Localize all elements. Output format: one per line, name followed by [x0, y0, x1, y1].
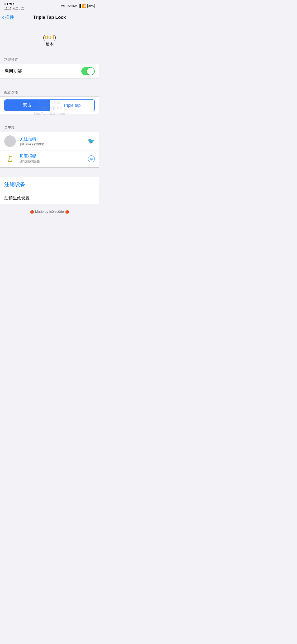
config-options-header: 配置选项 [0, 88, 99, 96]
page-title: Triple Tap Lock [33, 15, 66, 20]
spacer-1 [0, 79, 99, 88]
chevron-left-icon: ‹ [2, 15, 4, 20]
toggle-knob [87, 68, 94, 75]
function-settings-header: 功能设置 [0, 55, 99, 64]
wifi-icon: 📶 [82, 4, 86, 8]
back-button[interactable]: ‹ 插件 [2, 14, 14, 20]
status-left: 21:57 12/17 周二廿二 [4, 1, 24, 10]
version-label: 版本 [45, 42, 54, 47]
wifi-speed: WI-FI:2.6K/s [61, 4, 77, 7]
null-text: null [45, 34, 54, 40]
footer: 🍎 Made by Ic0nic0de 🍎 [0, 204, 99, 224]
function-settings-card: 启用功能 [0, 64, 99, 79]
logout-label: 注销设备 [4, 181, 25, 187]
signal-icon: ▐ [78, 4, 81, 8]
twitter-row[interactable]: 关注推特 @Hawkes29901 🐦 [0, 132, 99, 150]
navigation-bar: ‹ 插件 Triple Tap Lock [0, 12, 99, 23]
logout-row[interactable]: 注销设备 [0, 177, 99, 192]
logout-section: 注销设备 [0, 177, 99, 192]
twitter-title: 关注推特 [20, 136, 84, 142]
compass-icon: ◎ [88, 155, 95, 162]
back-label: 插件 [5, 14, 14, 20]
triple-tap-button[interactable]: Triple tap [50, 100, 95, 111]
twitter-handle: @Hawkes29901 [20, 142, 84, 146]
spacer-2 [0, 114, 99, 123]
enable-function-row: 启用功能 [0, 64, 99, 79]
segmented-wrapper: 双击 Triple tap A Cydia大雷源 专用预览截图水印 http:/… [0, 96, 99, 114]
status-date: 12/17 周二廿二 [4, 7, 24, 10]
battery-indicator: 25% [87, 4, 95, 8]
status-time: 21:57 [4, 1, 24, 7]
paypal-title: 贝宝捐赠 [20, 154, 84, 159]
logout-note: 注销生效设置 [0, 192, 99, 204]
status-right: WI-FI:2.6K/s ▐ 📶 25% [61, 4, 95, 8]
enable-toggle[interactable] [81, 67, 95, 75]
enable-function-label: 启用功能 [4, 68, 22, 74]
about-header: 关于我 [0, 123, 99, 132]
about-card: 关注推特 @Hawkes29901 🐦 £ 贝宝捐赠 请我喝杯咖啡 ◎ [0, 132, 99, 168]
footer-text: 🍎 Made by Ic0nic0de 🍎 [30, 210, 69, 214]
double-tap-button[interactable]: 双击 [5, 100, 50, 111]
paypal-row[interactable]: £ 贝宝捐赠 请我喝杯咖啡 ◎ [0, 150, 99, 167]
version-null-display: (null) [43, 34, 56, 41]
twitter-avatar [4, 135, 16, 147]
paypal-text: 贝宝捐赠 请我喝杯咖啡 [20, 154, 84, 164]
header-section: (null) 版本 [0, 23, 99, 55]
status-bar: 21:57 12/17 周二廿二 WI-FI:2.6K/s ▐ 📶 25% [0, 0, 99, 12]
paypal-emoji: £ [4, 155, 16, 163]
tap-mode-segmented-control[interactable]: 双击 Triple tap [4, 99, 95, 111]
spacer-3 [0, 168, 99, 177]
null-bracket-close: ) [54, 34, 56, 40]
paypal-subtitle: 请我喝杯咖啡 [20, 159, 84, 164]
twitter-text: 关注推特 @Hawkes29901 [20, 136, 84, 146]
logout-note-section: 注销生效设置 [0, 192, 99, 204]
twitter-icon: 🐦 [88, 138, 95, 145]
